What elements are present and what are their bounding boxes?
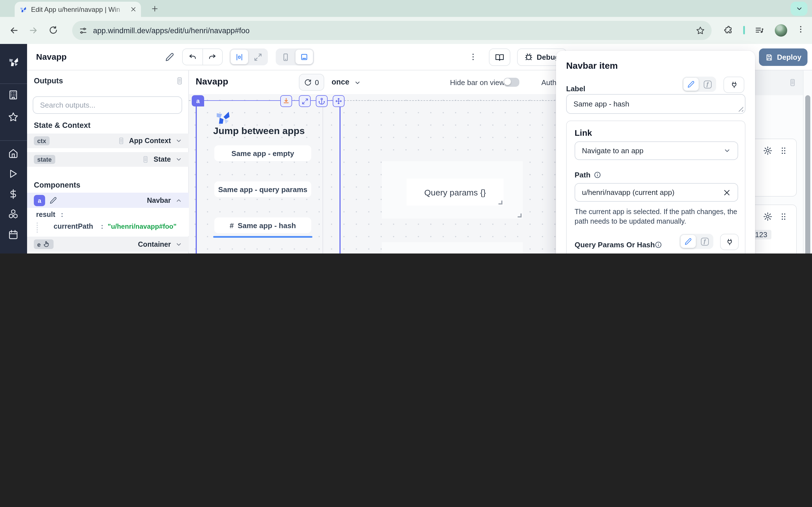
refresh-count-button[interactable]: 0 [299, 74, 324, 91]
state-doc-icon [142, 156, 150, 163]
rail-divider [0, 140, 27, 141]
outputs-panel: Outputs Search outputs... State & Contex… [27, 70, 189, 253]
container-e-type: Container [138, 240, 171, 248]
expand-handle[interactable] [299, 95, 311, 107]
ctx-row[interactable]: ctx App Context [27, 133, 189, 148]
navbar-chevron-up-icon[interactable] [175, 197, 182, 204]
card-grip-icon[interactable] [779, 146, 788, 156]
path-input[interactable]: u/henri/navapp (current app) [574, 183, 738, 202]
hide-bar-toggle[interactable] [504, 78, 519, 87]
sidebar-doc-icon[interactable] [788, 78, 797, 87]
browser-toolbar: app.windmill.dev/apps/edit/u/henri/navap… [0, 17, 812, 44]
outputs-doc-icon[interactable] [175, 76, 184, 85]
edit-title-pencil-icon[interactable] [165, 52, 174, 61]
link-type-select[interactable]: Navigate to an app [574, 142, 738, 160]
clear-path-x-icon[interactable] [723, 188, 731, 196]
back-icon[interactable] [9, 25, 19, 36]
browser-tab[interactable]: Edit App u/henri/navapp | Win [15, 2, 141, 17]
bug-icon [524, 53, 533, 61]
panel-title: Navbar item [566, 61, 618, 71]
navbar-heading: Jump between apps [213, 126, 305, 137]
current-path-value[interactable]: "u/henri/navapp#foo" [108, 223, 176, 230]
link-section: Link Navigate to an app Path u/henri/nav… [566, 121, 746, 253]
profile-avatar[interactable] [775, 24, 787, 37]
static-pencil-button[interactable] [683, 78, 699, 91]
search-placeholder: Search outputs... [40, 101, 96, 109]
component-edit-pencil-icon[interactable] [50, 196, 57, 204]
schedules-icon[interactable] [8, 229, 18, 240]
static-pencil-button[interactable] [680, 235, 696, 248]
runs-icon[interactable] [8, 168, 18, 179]
current-path-key[interactable]: currentPath [54, 223, 93, 230]
tab-group-indicator [743, 26, 745, 34]
move-handle[interactable] [333, 95, 345, 107]
schedule-select[interactable]: once [332, 78, 349, 86]
header-menu-kebab-icon[interactable] [469, 52, 477, 61]
media-controls-icon[interactable] [755, 25, 764, 35]
search-outputs-input[interactable]: Search outputs... [33, 96, 182, 114]
resize-corner[interactable] [518, 214, 522, 217]
reload-icon[interactable] [49, 25, 58, 35]
variables-icon[interactable] [8, 189, 18, 200]
fx-button[interactable]: ƒ [700, 78, 715, 91]
nav-item[interactable]: Same app - query params [214, 181, 311, 197]
container-e-chevron-icon[interactable] [175, 241, 182, 247]
label-input[interactable]: Same app - hash [566, 94, 746, 114]
hash-box[interactable]: Hash: "#foo" [382, 242, 523, 253]
scrollbar-thumb[interactable] [805, 95, 810, 253]
url-bar[interactable]: app.windmill.dev/apps/edit/u/henri/navap… [72, 21, 712, 40]
label-connect-plug-button[interactable] [723, 76, 744, 93]
navbar-component-row[interactable]: a Navbar [27, 193, 189, 208]
anchor-handle[interactable] [316, 95, 327, 107]
tab-overflow-button[interactable] [791, 2, 808, 16]
components-heading: Components [34, 181, 80, 189]
expand-icon [301, 98, 308, 105]
windmill-logo[interactable] [7, 56, 20, 68]
ctx-chevron-down-icon[interactable] [175, 137, 182, 144]
deploy-button[interactable]: Deploy [759, 48, 808, 66]
canvas-app-title: Navapp [196, 76, 229, 87]
nav-item[interactable]: Same app - empty [214, 145, 311, 161]
favorites-star-icon[interactable] [8, 112, 18, 122]
schedule-chevron-icon[interactable] [354, 79, 361, 86]
insert-handle[interactable] [280, 95, 292, 107]
desktop-view-button[interactable] [296, 50, 313, 64]
refresh-count: 0 [315, 78, 319, 87]
extensions-icon[interactable] [724, 25, 733, 34]
scrollbar-track[interactable] [803, 70, 812, 253]
docs-book-button[interactable] [489, 48, 510, 66]
card-grip-icon[interactable] [779, 212, 788, 221]
new-tab-icon[interactable] [151, 5, 158, 12]
undo-button[interactable] [183, 49, 202, 65]
resources-icon[interactable] [8, 209, 18, 219]
state-row[interactable]: state State [27, 152, 189, 167]
card-gear-icon[interactable] [763, 212, 772, 221]
component-id-badge[interactable]: a [192, 95, 204, 107]
resize-corner[interactable] [499, 201, 502, 205]
nav-item-active[interactable]: #Same app - hash [214, 217, 311, 233]
mobile-view-button[interactable] [277, 50, 294, 64]
forward-icon[interactable] [28, 25, 38, 36]
state-chevron-down-icon[interactable] [175, 156, 182, 163]
site-settings-icon[interactable] [79, 26, 87, 35]
card-gear-icon[interactable] [763, 146, 772, 156]
browser-menu-icon[interactable] [796, 25, 805, 34]
expand-layout-button[interactable] [249, 50, 267, 64]
query-params-box[interactable]: Query params {} [382, 161, 523, 219]
home-icon[interactable] [8, 148, 18, 159]
result-key[interactable]: result [36, 211, 55, 219]
navbar-column-divider [322, 100, 323, 253]
hide-bar-label: Hide bar on view [450, 78, 505, 87]
url-text[interactable]: app.windmill.dev/apps/edit/u/henri/navap… [93, 26, 696, 35]
redo-button[interactable] [203, 49, 222, 65]
bookmark-star-icon[interactable] [696, 26, 705, 35]
path-label: Path [574, 171, 591, 179]
tab-close-icon[interactable] [130, 6, 137, 12]
select-chevron-icon [723, 147, 731, 154]
query-connect-plug-button[interactable] [720, 234, 739, 250]
container-e-row[interactable]: e Container [27, 237, 189, 252]
center-align-button[interactable] [231, 50, 248, 64]
textarea-resize-grip[interactable] [738, 107, 743, 112]
workspace-icon[interactable] [8, 90, 18, 100]
fx-button[interactable]: ƒ [697, 235, 712, 248]
